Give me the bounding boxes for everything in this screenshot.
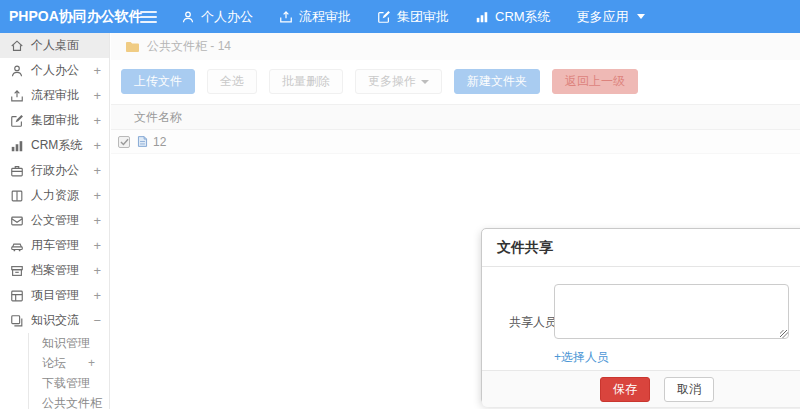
file-table-header: 文件名称 xyxy=(111,104,800,130)
sidebar-item-knowledge[interactable]: 知识交流 − xyxy=(0,308,109,333)
app-window: PHPOA协同办公软件 个人办公 流程审批 集团审批 xyxy=(0,0,800,409)
more-actions-button[interactable]: 更多操作 xyxy=(355,69,442,94)
approval-icon xyxy=(377,10,391,24)
sidebar-item-label: 个人办公 xyxy=(31,62,93,79)
breadcrumb-text: 公共文件柜 - 14 xyxy=(147,38,231,55)
home-icon xyxy=(10,39,24,53)
caret-down-icon xyxy=(637,14,645,19)
row-checkbox[interactable] xyxy=(118,136,130,148)
sidebar-subitem-public-file-cabinet[interactable]: 公共文件柜 xyxy=(29,393,109,409)
expand-plus-icon[interactable]: + xyxy=(93,63,101,78)
top-header: PHPOA协同办公软件 个人办公 流程审批 集团审批 xyxy=(0,0,800,33)
hamburger-menu-icon[interactable] xyxy=(140,11,157,23)
file-name[interactable]: 12 xyxy=(153,135,166,149)
upload-file-button[interactable]: 上传文件 xyxy=(121,69,195,94)
sidebar-item-vehicle-mgmt[interactable]: 用车管理 + xyxy=(0,233,109,258)
vehicle-icon xyxy=(10,239,24,253)
file-toolbar: 上传文件 全选 批量删除 更多操作 新建文件夹 返回上一级 xyxy=(111,60,800,94)
approval-icon xyxy=(10,114,24,128)
sidebar-subitem-download-mgmt[interactable]: 下载管理 xyxy=(29,373,109,393)
folder-icon xyxy=(125,40,140,53)
sidebar-item-label: 个人桌面 xyxy=(31,37,101,54)
expand-plus-icon[interactable]: + xyxy=(93,188,101,203)
hr-book-icon xyxy=(10,189,24,203)
nav-item-label: 个人办公 xyxy=(201,8,253,26)
nav-crm-system[interactable]: CRM系统 xyxy=(475,8,551,26)
breadcrumb: 公共文件柜 - 14 xyxy=(111,33,800,60)
file-name-column-header: 文件名称 xyxy=(134,109,182,126)
file-share-modal: 文件共享 共享人员 +选择人员 保存 取消 xyxy=(481,228,800,404)
nav-process-approval[interactable]: 流程审批 xyxy=(279,8,351,26)
top-navigation: 个人办公 流程审批 集团审批 CRM系统 更多应用 xyxy=(181,8,645,26)
expand-plus-icon[interactable]: + xyxy=(93,138,101,153)
sidebar-item-process-approval[interactable]: 流程审批 + xyxy=(0,83,109,108)
table-row[interactable]: 12 xyxy=(111,130,800,154)
sidebar: 个人桌面 个人办公 + 流程审批 + 集团审批 + xyxy=(0,33,110,409)
sidebar-item-label: CRM系统 xyxy=(31,137,93,154)
modal-footer: 保存 取消 xyxy=(482,370,800,407)
sidebar-item-label: 公文管理 xyxy=(31,212,93,229)
sidebar-item-label: 档案管理 xyxy=(31,262,93,279)
sidebar-item-label: 行政办公 xyxy=(31,162,93,179)
share-people-textarea[interactable] xyxy=(554,284,789,339)
cancel-button[interactable]: 取消 xyxy=(664,377,714,402)
nav-item-label: CRM系统 xyxy=(495,8,551,26)
sidebar-item-label: 项目管理 xyxy=(31,287,93,304)
sidebar-submenu-knowledge: 知识管理 论坛 + 下载管理 公共文件柜 xyxy=(28,333,109,409)
nav-item-label: 集团审批 xyxy=(397,8,449,26)
sidebar-item-group-approval[interactable]: 集团审批 + xyxy=(0,108,109,133)
chart-icon xyxy=(10,139,24,153)
batch-delete-button[interactable]: 批量删除 xyxy=(269,69,343,94)
document-icon xyxy=(10,214,24,228)
expand-plus-icon[interactable]: + xyxy=(93,113,101,128)
file-icon xyxy=(136,135,149,148)
select-all-button[interactable]: 全选 xyxy=(207,69,257,94)
expand-plus-icon[interactable]: + xyxy=(93,238,101,253)
share-people-label: 共享人员 xyxy=(509,314,557,331)
chart-icon xyxy=(475,10,489,24)
sidebar-item-label: 用车管理 xyxy=(31,237,93,254)
expand-plus-icon[interactable]: + xyxy=(93,163,101,178)
save-button[interactable]: 保存 xyxy=(600,377,650,402)
process-icon xyxy=(279,10,293,24)
nav-item-label: 更多应用 xyxy=(577,8,629,26)
select-people-link[interactable]: +选择人员 xyxy=(554,349,609,366)
sidebar-item-label: 知识交流 xyxy=(31,312,93,329)
expand-plus-icon[interactable]: + xyxy=(93,213,101,228)
project-icon xyxy=(10,289,24,303)
user-icon xyxy=(10,64,24,78)
sidebar-item-archive-mgmt[interactable]: 档案管理 + xyxy=(0,258,109,283)
back-up-level-button[interactable]: 返回上一级 xyxy=(552,69,638,94)
sidebar-item-hr[interactable]: 人力资源 + xyxy=(0,183,109,208)
sidebar-subitem-forum[interactable]: 论坛 + xyxy=(29,353,109,373)
expand-plus-icon[interactable]: + xyxy=(93,288,101,303)
sidebar-item-crm[interactable]: CRM系统 + xyxy=(0,133,109,158)
nav-group-approval[interactable]: 集团审批 xyxy=(377,8,449,26)
expand-plus-icon[interactable]: + xyxy=(93,263,101,278)
sidebar-item-personal-desktop[interactable]: 个人桌面 xyxy=(0,33,109,58)
sidebar-item-label: 人力资源 xyxy=(31,187,93,204)
user-icon xyxy=(181,10,195,24)
nav-item-label: 流程审批 xyxy=(299,8,351,26)
file-table: 文件名称 12 xyxy=(111,104,800,154)
sidebar-item-personal-office[interactable]: 个人办公 + xyxy=(0,58,109,83)
nav-more-apps[interactable]: 更多应用 xyxy=(577,8,645,26)
caret-down-icon xyxy=(421,80,429,84)
sidebar-subitem-knowledge-mgmt[interactable]: 知识管理 xyxy=(29,333,109,353)
knowledge-icon xyxy=(10,314,24,328)
expand-plus-icon[interactable]: + xyxy=(93,88,101,103)
new-folder-button[interactable]: 新建文件夹 xyxy=(454,69,540,94)
expand-plus-icon[interactable]: + xyxy=(88,356,95,370)
collapse-minus-icon[interactable]: − xyxy=(93,313,101,328)
sidebar-item-label: 流程审批 xyxy=(31,87,93,104)
sidebar-item-label: 集团审批 xyxy=(31,112,93,129)
sidebar-item-document-mgmt[interactable]: 公文管理 + xyxy=(0,208,109,233)
app-logo[interactable]: PHPOA协同办公软件 xyxy=(0,8,140,26)
modal-body: 共享人员 +选择人员 xyxy=(482,267,800,370)
briefcase-icon xyxy=(10,164,24,178)
sidebar-item-project-mgmt[interactable]: 项目管理 + xyxy=(0,283,109,308)
sidebar-item-admin-office[interactable]: 行政办公 + xyxy=(0,158,109,183)
nav-personal-office[interactable]: 个人办公 xyxy=(181,8,253,26)
modal-title: 文件共享 xyxy=(482,229,800,267)
archive-icon xyxy=(10,264,24,278)
